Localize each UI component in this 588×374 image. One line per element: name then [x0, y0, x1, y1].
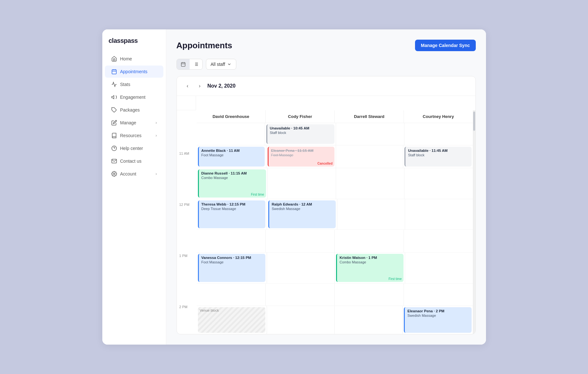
cell-cody-12pm[interactable]: Ralph Edwards · 12 AM Swedish Massage [267, 199, 337, 230]
megaphone-icon [111, 94, 117, 100]
sidebar-item-help[interactable]: Help center [105, 142, 163, 154]
staff-header-cody: Cody Fisher [266, 110, 335, 123]
row-130 [197, 284, 473, 306]
app-container: classpass Home Appointments Stats Engage… [102, 29, 486, 345]
sidebar-item-home[interactable]: Home [105, 53, 163, 65]
appt-service-eleanaor: Swedish Massage [407, 314, 469, 317]
appt-service-courtney-unavail: Staff block [408, 153, 469, 157]
cell-courtney-pre11 [404, 123, 473, 145]
appt-cody-ralph[interactable]: Ralph Edwards · 12 AM Swedish Massage [268, 200, 336, 229]
cell-courtney-130 [404, 284, 473, 306]
stats-icon [111, 82, 117, 87]
cell-david-130 [197, 284, 266, 306]
cell-darrell-1115 [336, 168, 404, 199]
sidebar-item-manage[interactable]: Manage › [105, 117, 163, 129]
appt-darrell-kristin[interactable]: Kristin Watson · 1 PM Combo Massage Firs… [336, 254, 404, 282]
sidebar-item-resources[interactable]: Resources › [105, 129, 163, 142]
time-label-1130 [177, 176, 197, 201]
chevron-down-icon [227, 62, 231, 66]
list-view-button[interactable] [190, 59, 202, 69]
appt-service-annette: Foot Massage [201, 153, 262, 157]
cancelled-badge: Cancelled [318, 162, 333, 165]
sidebar-help-label: Help center [120, 146, 143, 151]
cell-courtney-1pm [405, 253, 473, 284]
calendar-date: Nov 2, 2020 [208, 83, 236, 89]
sidebar-item-packages[interactable]: Packages [105, 104, 163, 116]
cell-courtney-2pm[interactable]: Eleanaor Pena · 2 PM Swedish Massage [403, 306, 473, 334]
sidebar-account-label: Account [120, 171, 137, 176]
page-title: Appointments [176, 41, 232, 51]
appt-name-annette: Annette Black · 11 AM [201, 149, 262, 152]
appt-cody-unavail[interactable]: Unavailable · 10:45 AM Staff block [266, 124, 334, 144]
sidebar-item-contact[interactable]: Contact us [105, 155, 163, 167]
sidebar-contact-label: Contact us [120, 159, 142, 164]
appt-courtney-eleanor[interactable]: Eleanaor Pena · 2 PM Swedish Massage [404, 307, 471, 333]
cell-darrell-2pm [335, 306, 403, 334]
sidebar-item-appointments[interactable]: Appointments [105, 66, 163, 78]
appt-courtney-unavail[interactable]: Unavailable · 11:45 AM Staff block [404, 147, 471, 166]
time-label-11am: 11 AM [177, 150, 197, 176]
calendar-container: ‹ › Nov 2, 2020 [176, 76, 476, 334]
staff-filter-dropdown[interactable]: All staff [206, 59, 237, 70]
venue-block: Venue block [198, 307, 265, 333]
book-icon [111, 133, 117, 138]
mail-icon [111, 158, 117, 164]
first-time-badge-kristin: First time [388, 277, 402, 281]
time-label-pre1 [177, 125, 197, 150]
appt-name-theresa: Theresa Webb · 12:15 PM [201, 202, 263, 206]
manage-calendar-button[interactable]: Manage Calendar Sync [415, 40, 475, 51]
staff-header-courtney: Courtney Henry [404, 110, 473, 123]
appt-service-ralph: Swedish Massage [272, 207, 333, 211]
appt-service-theresa: Deep Tissue Massage [201, 207, 263, 211]
svg-rect-8 [181, 63, 185, 66]
row-12pm: Theresa Webb · 12:15 PM Deep Tissue Mass… [197, 199, 473, 230]
toolbar: All staff [176, 59, 476, 70]
time-label-2pm: 2 PM [177, 304, 197, 329]
cell-courtney-11am[interactable]: Unavailable · 11:45 AM Staff block [403, 145, 473, 168]
sidebar-item-stats[interactable]: Stats [105, 78, 163, 90]
appt-david-annette[interactable]: Annette Black · 11 AM Foot Massage [198, 147, 265, 166]
row-2pm: Venue block Eleanaor Pena · 2 PM Swedish… [197, 306, 473, 334]
cell-cody-1pm [267, 253, 335, 284]
appt-david-vanessa[interactable]: Vanessa Connors · 12:15 PM Foot Massage [198, 254, 265, 282]
appt-name-vanessa: Vanessa Connors · 12:15 PM [201, 256, 263, 260]
scrollbar[interactable] [473, 110, 475, 334]
cell-david-11am[interactable]: Annette Black · 11 AM Foot Massage [197, 145, 266, 168]
staff-grid: David Greenhouse Cody Fisher Darrell Ste… [197, 110, 473, 334]
cell-darrell-130 [335, 284, 404, 306]
home-icon [111, 56, 117, 62]
time-label-12pm: 12 PM [177, 201, 197, 227]
cell-david-1230 [197, 230, 266, 252]
row-1pm: Vanessa Connors · 12:15 PM Foot Massage … [197, 253, 473, 284]
cell-darrell-11am [336, 145, 403, 168]
cell-david-1pm[interactable]: Vanessa Connors · 12:15 PM Foot Massage [197, 253, 267, 284]
appt-david-dianne[interactable]: Dianne Russell · 11:15 AM Combo Massage … [198, 169, 266, 198]
page-header: Appointments Manage Calendar Sync [176, 40, 476, 51]
cell-cody-1230 [266, 230, 335, 252]
cell-david-2pm: Venue block [197, 306, 267, 334]
sidebar-manage-label: Manage [120, 120, 137, 125]
view-toggle [176, 59, 203, 70]
cell-david-1115[interactable]: Dianne Russell · 11:15 AM Combo Massage … [197, 168, 268, 199]
prev-day-button[interactable]: ‹ [183, 82, 192, 90]
venue-block-label: Venue block [198, 307, 265, 314]
calendar-view-button[interactable] [177, 59, 190, 69]
appt-cody-cancelled[interactable]: Eleanor Pena · 11:15 AM Foot Massage Can… [268, 147, 334, 166]
sidebar-item-engagement[interactable]: Engagement [105, 91, 163, 103]
cell-cody-1115 [268, 168, 336, 199]
next-day-button[interactable]: › [195, 82, 204, 90]
sidebar-appointments-label: Appointments [120, 69, 148, 74]
calendar-view-icon [181, 62, 186, 67]
cell-david-12pm[interactable]: Theresa Webb · 12:15 PM Deep Tissue Mass… [197, 199, 267, 230]
cell-cody-11am[interactable]: Eleanor Pena · 11:15 AM Foot Massage Can… [266, 145, 336, 168]
sidebar-item-account[interactable]: Account › [105, 168, 163, 180]
manage-chevron-icon: › [156, 121, 157, 125]
cell-courtney-1230 [404, 230, 473, 252]
appt-name-eleanaor: Eleanaor Pena · 2 PM [407, 309, 469, 313]
cell-darrell-1pm[interactable]: Kristin Watson · 1 PM Combo Massage Firs… [335, 253, 405, 284]
appt-david-theresa[interactable]: Theresa Webb · 12:15 PM Deep Tissue Mass… [198, 200, 265, 229]
sidebar-stats-label: Stats [120, 82, 130, 87]
cell-cody-pre11[interactable]: Unavailable · 10:45 AM Staff block [265, 123, 336, 145]
row-11am: Annette Black · 11 AM Foot Massage Elean… [197, 145, 473, 168]
row-1115: Dianne Russell · 11:15 AM Combo Massage … [197, 168, 473, 199]
